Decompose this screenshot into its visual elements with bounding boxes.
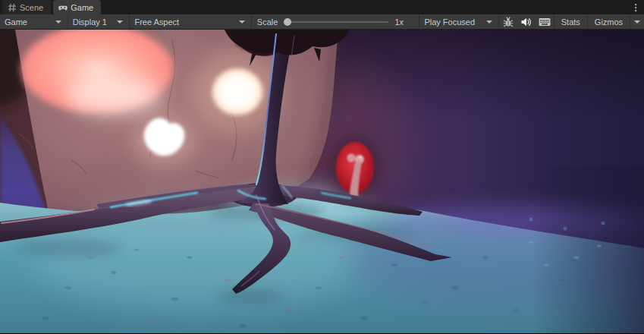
mute-audio-toggle-button[interactable] (517, 14, 536, 29)
rendered-scene (0, 30, 644, 333)
game-view-toolbar: Game Display 1 Free Aspect Scale 1x Play… (0, 14, 644, 30)
display-target-label: Display 1 (73, 17, 107, 27)
game-render-viewport[interactable] (0, 30, 644, 333)
tab-game[interactable]: Game (53, 0, 101, 14)
aspect-ratio-label: Free Aspect (134, 17, 179, 27)
stats-label: Stats (561, 17, 580, 27)
aspect-ratio-dropdown[interactable]: Free Aspect (130, 14, 250, 29)
white-glow-orb (209, 66, 265, 118)
kebab-menu-icon (634, 3, 637, 12)
scale-control: Scale 1x (252, 14, 419, 29)
chevron-down-icon (486, 20, 492, 24)
stats-toggle-button[interactable]: Stats (554, 14, 587, 29)
keyboard-icon (539, 17, 551, 27)
unity-game-view-window: Scene Game Game Display 1 (0, 0, 644, 334)
tab-overflow-button[interactable] (627, 0, 644, 14)
tab-scene[interactable]: Scene (2, 0, 51, 14)
gizmos-caret-button[interactable] (630, 14, 644, 29)
tab-game-label: Game (71, 3, 93, 12)
chevron-down-icon (55, 20, 61, 24)
display-mode-label: Game (5, 17, 27, 27)
chevron-down-icon (634, 20, 640, 24)
input-keyboard-toggle-button[interactable] (536, 14, 554, 29)
tab-bar: Scene Game (0, 0, 644, 14)
scale-slider[interactable] (284, 14, 388, 29)
gizmos-dropdown[interactable]: Gizmos (588, 14, 630, 29)
red-blob-pickup (328, 134, 382, 201)
tab-scene-label: Scene (20, 3, 43, 12)
chevron-down-icon (239, 20, 245, 24)
display-target-dropdown[interactable]: Display 1 (68, 14, 130, 29)
grid-icon (8, 3, 17, 12)
play-focused-label: Play Focused (424, 17, 475, 27)
scale-value: 1x (394, 17, 413, 27)
scale-slider-track[interactable] (284, 21, 388, 23)
play-focused-dropdown[interactable]: Play Focused (419, 14, 498, 29)
gamepad-icon (58, 3, 68, 12)
scale-label: Scale (257, 17, 278, 27)
display-mode-dropdown[interactable]: Game (0, 14, 68, 29)
gizmos-label: Gizmos (595, 17, 623, 27)
bug-icon (503, 17, 514, 27)
speaker-icon (520, 17, 532, 27)
scale-slider-handle[interactable] (284, 18, 291, 26)
debug-toggle-button[interactable] (499, 14, 517, 29)
chevron-down-icon (117, 20, 123, 24)
